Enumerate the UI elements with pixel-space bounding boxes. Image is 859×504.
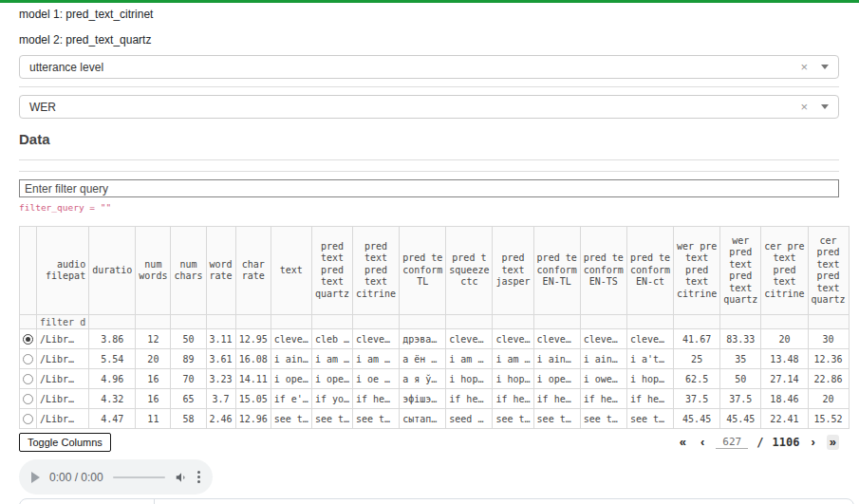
mode-select-chevron-down-icon[interactable] [821, 65, 829, 69]
cell-num-chars: 50 [171, 329, 206, 349]
filter-cell-pred-text-conformer-en-tl[interactable] [533, 315, 580, 329]
filter-cell-pred-text-conformer-en-ct[interactable] [626, 315, 673, 329]
cell-text: see t… [271, 409, 311, 429]
prev-page-button[interactable]: ‹ [698, 435, 707, 450]
column-header-text: text [271, 227, 311, 315]
filter-query-code: filter_query = "" [19, 202, 840, 213]
row-select-radio[interactable] [23, 374, 33, 384]
row-select-radio[interactable] [23, 414, 33, 424]
cell-pred-text-pred-text-quartz: if yo… [311, 389, 352, 409]
player-time: 0:00 / 0:00 [49, 471, 103, 484]
metric-select-clear-icon[interactable]: × [800, 101, 808, 113]
cell-wer-pred-text-quartz: 45.45 [720, 409, 761, 429]
player-progress-bar[interactable] [113, 476, 165, 478]
filter-cell-pred-text-jasper[interactable] [493, 315, 533, 329]
cell-pred-text-conformer-en-ts: see t… [580, 409, 626, 429]
column-header-duration: duratio [89, 227, 136, 315]
filter-cell-pred-text-conformer-tl[interactable] [400, 315, 446, 329]
filter-cell-cer-pred-text-citrinet[interactable] [761, 315, 808, 329]
cell-pred-text-pred-text-quartz: i ope… [311, 369, 352, 389]
cell-pred-text-conformer-tl: а я ў… [400, 369, 446, 389]
row-select-cell[interactable] [20, 409, 37, 429]
column-header-word-rate: word rate [206, 227, 235, 315]
row-select-cell[interactable] [20, 329, 37, 349]
cell-pred-text-pred-text-citrinet: cleve… [353, 329, 400, 349]
table-row: /Libr…5.5420893.6116.08i ain…i am …i am … [20, 349, 850, 369]
table-row: /Libr…4.4711582.4612.96see t…see t…see t… [20, 409, 850, 429]
cell-pred-text-conformer-en-ct: i a't… [626, 349, 673, 369]
cell-text: if e'… [271, 389, 311, 409]
row-select-cell[interactable] [20, 389, 37, 409]
page-input[interactable] [716, 436, 748, 449]
metric-select[interactable]: WER × [19, 95, 839, 119]
filter-cell-num-chars[interactable] [171, 315, 206, 329]
cell-pred-text-conformer-en-tl: see t… [533, 409, 580, 429]
cell-char-rate: 15.05 [235, 389, 271, 409]
filter-cell-wer-pred-text-citrinet[interactable] [674, 315, 720, 329]
mode-select-value: utterance level [29, 61, 103, 74]
cell-cer-pred-text-quartz: 15.52 [808, 409, 849, 429]
column-header-num-chars: num chars [171, 227, 206, 315]
cell-word-rate: 3.23 [206, 369, 235, 389]
data-section-title: Data [19, 131, 840, 147]
cell-wer-pred-text-citrinet: 37.5 [674, 389, 720, 409]
cell-cer-pred-text-quartz: 22.86 [808, 369, 849, 389]
volume-icon[interactable] [175, 471, 188, 484]
cell-wer-pred-text-citrinet: 62.5 [674, 369, 720, 389]
column-header-pred-squeeze-ctc: pred t squeeze ctc [446, 227, 493, 315]
cell-num-chars: 70 [171, 369, 206, 389]
table-row: /Libr…3.8612503.1112.95cleve…cleb …cleve… [20, 329, 850, 349]
filter-cell-num-words[interactable] [136, 315, 171, 329]
next-page-button[interactable]: › [808, 435, 817, 450]
toggle-columns-button[interactable]: Toggle Columns [19, 433, 111, 452]
cell-pred-squeeze-ctc: i hop… [446, 369, 493, 389]
last-page-button[interactable]: » [827, 435, 839, 450]
cell-cer-pred-text-citrinet: 18.46 [761, 389, 808, 409]
filter-cell-pred-text-pred-text-citrinet[interactable] [353, 315, 400, 329]
cell-char-rate: 14.11 [235, 369, 271, 389]
filter-cell-wer-pred-text-quartz[interactable] [720, 315, 761, 329]
filter-cell-audio-filepath[interactable]: filter d [37, 315, 89, 329]
cell-pred-text-conformer-en-ct: if he… [626, 389, 673, 409]
cell-pred-text-conformer-en-tl: i ope… [533, 369, 580, 389]
filter-cell-pred-squeeze-ctc[interactable] [446, 315, 493, 329]
filter-cell-word-rate[interactable] [206, 315, 235, 329]
filter-cell-pred-text-conformer-en-ts[interactable] [580, 315, 626, 329]
row-select-radio[interactable] [23, 334, 33, 345]
cell-char-rate: 12.95 [235, 329, 271, 349]
filter-cell-pred-text-pred-text-quartz[interactable] [311, 315, 352, 329]
cell-pred-text-conformer-tl: сытап… [400, 409, 446, 429]
pagination: « ‹ / 1106 › » [677, 433, 839, 450]
play-icon[interactable] [31, 472, 40, 483]
row-select-radio[interactable] [23, 394, 33, 404]
cell-pred-text-conformer-en-tl: if he… [533, 389, 580, 409]
page-separator: / [756, 436, 763, 449]
cell-num-words: 16 [136, 389, 171, 409]
cell-num-chars: 89 [171, 349, 206, 369]
row-select-radio[interactable] [23, 354, 33, 364]
cell-pred-text-conformer-en-tl: i ain… [533, 349, 580, 369]
cell-audio-filepath: /Libr… [37, 349, 89, 369]
metric-select-chevron-down-icon[interactable] [821, 104, 829, 109]
mode-select-clear-icon[interactable]: × [800, 61, 808, 73]
cell-num-words: 16 [136, 369, 171, 389]
filter-cell-text[interactable] [271, 315, 311, 329]
filter-cell-duration[interactable] [89, 315, 136, 329]
divider [19, 171, 839, 172]
total-pages: 1106 [773, 436, 800, 449]
divider [19, 86, 839, 87]
first-page-button[interactable]: « [677, 435, 689, 450]
row-select-cell[interactable] [20, 369, 37, 389]
cell-pred-squeeze-ctc: cleve… [446, 329, 493, 349]
filter-cell-cer-pred-text-quartz[interactable] [808, 315, 849, 329]
cell-pred-text-pred-text-citrinet: i am … [353, 349, 400, 369]
filter-query-input[interactable] [19, 179, 839, 197]
cell-wer-pred-text-quartz: 83.33 [720, 329, 761, 349]
audio-player[interactable]: 0:00 / 0:00 [19, 459, 213, 495]
player-menu-icon[interactable] [197, 471, 200, 483]
mode-select[interactable]: utterance level × [19, 55, 839, 79]
model1-label: model 1: pred_text_citrinet [19, 8, 840, 21]
filter-cell-char-rate[interactable] [235, 315, 271, 329]
row-select-cell[interactable] [20, 349, 37, 369]
cell-wer-pred-text-citrinet: 25 [674, 349, 720, 369]
